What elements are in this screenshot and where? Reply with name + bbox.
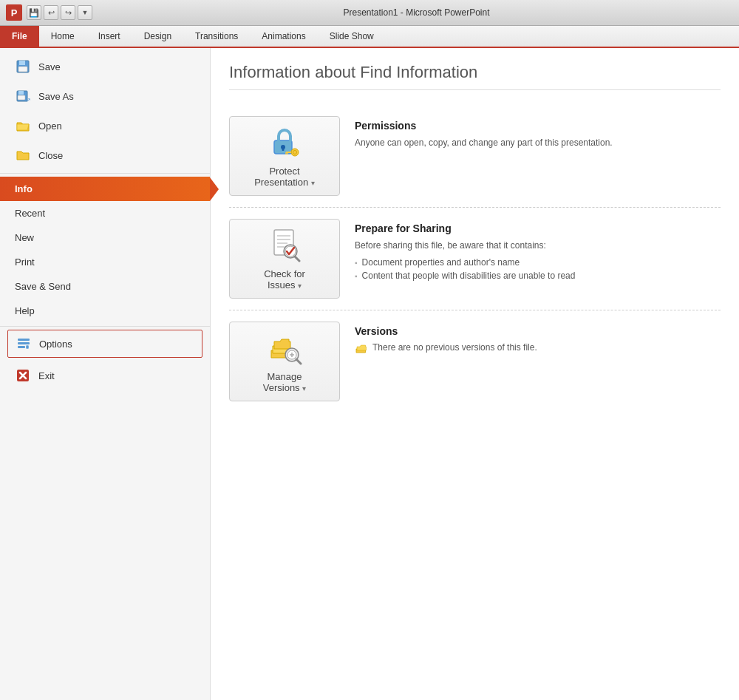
svg-rect-4: [18, 91, 24, 95]
sidebar-item-saveas[interactable]: ↗ Save As: [0, 81, 210, 111]
versions-section: ManageVersions ▾ Versions There are no p…: [229, 310, 721, 412]
versions-body-row: There are no previous versions of this f…: [355, 341, 721, 353]
sidebar-item-options[interactable]: Options: [7, 330, 202, 358]
close-folder-icon: [15, 147, 31, 163]
manage-versions-button[interactable]: ManageVersions ▾: [229, 322, 340, 401]
sidebar-item-save[interactable]: Save: [0, 52, 210, 81]
sidebar-item-exit[interactable]: Exit: [0, 361, 210, 390]
sharing-heading: Prepare for Sharing: [355, 222, 721, 234]
saveas-icon: ↗: [15, 88, 31, 104]
sidebar-item-new[interactable]: New: [0, 225, 210, 250]
manage-versions-icon: [267, 330, 302, 365]
sidebar-savesend-label: Save & Send: [15, 281, 71, 292]
sidebar-close-label: Close: [38, 150, 63, 161]
sidebar-item-open[interactable]: Open: [0, 111, 210, 140]
sidebar-help-label: Help: [15, 305, 35, 316]
exit-icon: [15, 367, 31, 384]
sidebar-info-label: Info: [15, 183, 33, 194]
svg-rect-8: [18, 342, 30, 344]
tab-home[interactable]: Home: [39, 26, 86, 47]
versions-info-text: Versions There are no previous versions …: [355, 322, 721, 353]
svg-text:↗: ↗: [26, 97, 30, 103]
protect-info-text: Permissions Anyone can open, copy, and c…: [355, 116, 721, 149]
svg-rect-7: [18, 339, 30, 341]
versions-heading: Versions: [355, 325, 721, 337]
sidebar-item-close[interactable]: Close: [0, 140, 210, 170]
sidebar-item-print[interactable]: Print: [0, 250, 210, 274]
tab-transitions[interactable]: Transitions: [183, 26, 250, 47]
svg-rect-16: [282, 147, 285, 151]
svg-line-29: [295, 256, 299, 261]
customize-btn[interactable]: ▼: [78, 5, 92, 20]
check-issues-icon: [267, 227, 302, 262]
tab-animations[interactable]: Animations: [250, 26, 317, 47]
ribbon-tabs: File Home Insert Design Transitions Anim…: [0, 26, 739, 48]
sharing-body: Before sharing this file, be aware that …: [355, 239, 721, 252]
content-area: Information about Find Information: [211, 48, 739, 700]
versions-body-text: There are no previous versions of this f…: [372, 342, 537, 353]
sidebar-item-savesend[interactable]: Save & Send: [0, 274, 210, 299]
sidebar-item-recent[interactable]: Recent: [0, 201, 210, 225]
sidebar-print-label: Print: [15, 256, 35, 268]
sidebar-item-info[interactable]: Info: [0, 177, 210, 201]
save-icon: [15, 58, 31, 75]
sidebar-saveas-label: Save As: [38, 91, 74, 102]
sidebar-new-label: New: [15, 232, 34, 243]
check-info-text: Prepare for Sharing Before sharing this …: [355, 219, 721, 282]
svg-rect-9: [18, 346, 25, 348]
check-section: Check forIssues ▾ Prepare for Sharing Be…: [229, 208, 721, 310]
quick-access-toolbar: 💾 ↩ ↪ ▼: [27, 5, 92, 20]
check-issues-button[interactable]: Check forIssues ▾: [229, 219, 340, 299]
sidebar: Save ↗ Save As Open: [0, 48, 211, 700]
undo-btn[interactable]: ↩: [44, 5, 58, 20]
sidebar-recent-label: Recent: [15, 208, 45, 219]
svg-rect-10: [26, 345, 29, 349]
sidebar-divider-2: [0, 326, 210, 327]
protect-section: ProtectPresentation ▾ Permissions Anyone…: [229, 105, 721, 208]
title-bar: P 💾 ↩ ↪ ▼ Presentation1 - Microsoft Powe…: [0, 0, 739, 26]
sidebar-save-label: Save: [38, 61, 61, 72]
svg-rect-1: [19, 61, 25, 65]
window-title: Presentation1 - Microsoft PowerPoint: [100, 7, 733, 18]
permissions-heading: Permissions: [355, 120, 721, 132]
permissions-body: Anyone can open, copy, and change any pa…: [355, 136, 721, 149]
check-btn-label: Check forIssues ▾: [264, 268, 305, 290]
sharing-list-item-2: Content that people with disabilities ar…: [355, 269, 721, 282]
protect-btn-label: ProtectPresentation ▾: [254, 166, 315, 188]
svg-rect-2: [18, 67, 27, 72]
tab-file[interactable]: File: [0, 26, 39, 47]
sidebar-options-label: Options: [39, 339, 72, 350]
sidebar-open-label: Open: [38, 120, 62, 132]
tab-slideshow[interactable]: Slide Show: [318, 26, 386, 47]
tab-insert[interactable]: Insert: [86, 26, 132, 47]
sidebar-item-help[interactable]: Help: [0, 299, 210, 323]
sidebar-exit-label: Exit: [38, 370, 55, 381]
manage-btn-label: ManageVersions ▾: [263, 371, 306, 393]
lock-key-icon: [267, 124, 302, 160]
sidebar-divider-1: [0, 173, 210, 174]
content-title: Information about Find Information: [229, 63, 721, 90]
versions-small-icon: [355, 341, 367, 353]
svg-point-17: [291, 149, 299, 156]
save-quick-btn[interactable]: 💾: [27, 5, 41, 20]
tab-design[interactable]: Design: [132, 26, 183, 47]
svg-rect-5: [18, 95, 25, 100]
sharing-list: Document properties and author's name Co…: [355, 256, 721, 282]
protect-presentation-button[interactable]: ProtectPresentation ▾: [229, 116, 340, 196]
svg-line-32: [296, 359, 301, 364]
open-icon: [15, 118, 31, 134]
main-layout: Save ↗ Save As Open: [0, 48, 739, 700]
app-logo: P: [6, 4, 22, 21]
options-icon: [16, 336, 32, 352]
sharing-list-item-1: Document properties and author's name: [355, 256, 721, 269]
redo-btn[interactable]: ↪: [61, 5, 75, 20]
